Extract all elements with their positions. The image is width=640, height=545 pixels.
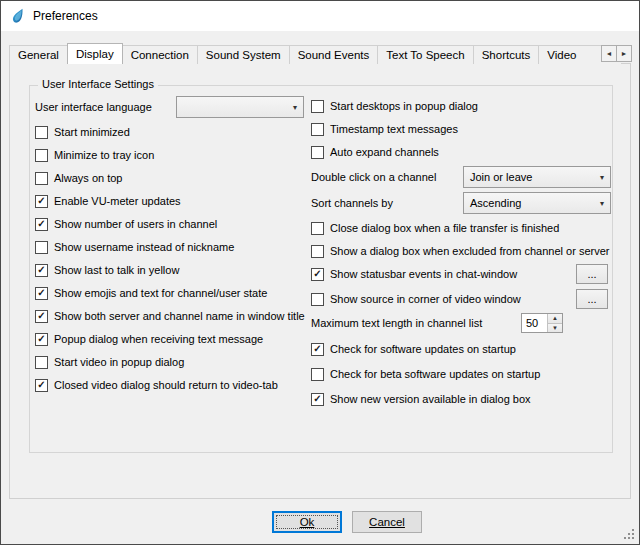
chevron-down-icon: ▾	[600, 199, 604, 208]
cancel-button-label: Cancel	[369, 516, 405, 528]
checkbox-box: ✓	[35, 218, 48, 231]
checkbox-label: Start desktops in popup dialog	[330, 100, 478, 112]
checkbox-show-number-of-users[interactable]: ✓ Show number of users in channel	[35, 216, 217, 232]
checkbox-box	[35, 149, 48, 162]
checkbox-show-server-channel-title[interactable]: ✓ Show both server and channel name in w…	[35, 308, 305, 324]
spinbox-buttons: ▲ ▼	[547, 314, 562, 332]
checkbox-label: Minimize to tray icon	[54, 149, 154, 161]
tab-scroll-buttons: ◄ ►	[601, 45, 632, 62]
checkbox-box: ✓	[35, 310, 48, 323]
window-title: Preferences	[33, 9, 98, 23]
checkbox-show-username[interactable]: Show username instead of nickname	[35, 239, 234, 255]
checkbox-box: ✓	[35, 379, 48, 392]
language-label: User interface language	[35, 99, 152, 115]
checkbox-box: ✓	[311, 343, 324, 356]
checkbox-box	[311, 368, 324, 381]
checkbox-box: ✓	[311, 268, 324, 281]
language-combobox[interactable]: ▾	[176, 96, 304, 118]
checkbox-label: Always on top	[54, 172, 122, 184]
checkbox-label: Popup dialog when receiving text message	[54, 333, 263, 345]
tab-connection[interactable]: Connection	[122, 45, 198, 64]
video-source-more-button[interactable]: ...	[576, 289, 608, 309]
resize-grip-icon[interactable]	[623, 528, 636, 541]
checkbox-box	[311, 293, 324, 306]
title-bar[interactable]: Preferences	[1, 1, 639, 31]
checkbox-label: Start minimized	[54, 126, 130, 138]
preferences-dialog: Preferences General Display Connection S…	[0, 0, 640, 545]
checkbox-statusbar-events[interactable]: ✓ Show statusbar events in chat-window	[311, 266, 517, 282]
checkbox-video-source-corner[interactable]: Show source in corner of video window	[311, 291, 521, 307]
checkbox-label: Closed video dialog should return to vid…	[54, 379, 278, 391]
app-logo-icon	[10, 8, 26, 24]
checkbox-label: Show emojis and text for channel/user st…	[54, 287, 267, 299]
checkbox-label: Check for beta software updates on start…	[330, 368, 540, 380]
checkbox-box	[311, 222, 324, 235]
ok-button[interactable]: Ok	[272, 511, 342, 533]
checkbox-label: Show statusbar events in chat-window	[330, 268, 517, 280]
double-click-combobox-value: Join or leave	[470, 171, 532, 183]
spin-up-icon[interactable]: ▲	[548, 314, 562, 323]
cancel-button[interactable]: Cancel	[352, 511, 422, 533]
checkbox-label: Show last to talk in yellow	[54, 264, 179, 276]
checkbox-box: ✓	[311, 393, 324, 406]
checkbox-label: Start video in popup dialog	[54, 356, 184, 368]
checkbox-box	[35, 172, 48, 185]
checkbox-box: ✓	[35, 333, 48, 346]
checkbox-close-on-file-transfer[interactable]: Close dialog box when a file transfer is…	[311, 220, 559, 236]
checkbox-box: ✓	[35, 287, 48, 300]
max-text-length-spinbox[interactable]: 50 ▲ ▼	[521, 313, 563, 333]
checkbox-box	[311, 100, 324, 113]
tab-text-to-speech[interactable]: Text To Speech	[377, 45, 473, 64]
checkbox-label: Show a dialog box when excluded from cha…	[330, 245, 609, 257]
checkbox-label: Show number of users in channel	[54, 218, 217, 230]
checkbox-dialog-when-excluded[interactable]: Show a dialog box when excluded from cha…	[311, 243, 609, 259]
checkbox-label: Auto expand channels	[330, 146, 439, 158]
checkbox-label: Check for software updates on startup	[330, 343, 516, 355]
chevron-down-icon: ▾	[600, 173, 604, 182]
group-title: User Interface Settings	[38, 78, 158, 90]
checkbox-box: ✓	[35, 264, 48, 277]
checkbox-box	[311, 123, 324, 136]
tab-general[interactable]: General	[9, 45, 68, 64]
checkbox-label: Timestamp text messages	[330, 123, 458, 135]
checkbox-closed-video-return[interactable]: ✓ Closed video dialog should return to v…	[35, 377, 278, 393]
checkbox-show-new-version[interactable]: ✓ Show new version available in dialog b…	[311, 391, 531, 407]
checkbox-label: Close dialog box when a file transfer is…	[330, 222, 559, 234]
spinbox-value[interactable]: 50	[522, 314, 547, 332]
statusbar-events-more-button[interactable]: ...	[576, 264, 608, 284]
checkbox-box	[35, 241, 48, 254]
checkbox-minimize-to-tray[interactable]: Minimize to tray icon	[35, 147, 154, 163]
checkbox-always-on-top[interactable]: Always on top	[35, 170, 122, 186]
checkbox-label: Show username instead of nickname	[54, 241, 234, 253]
ok-button-label: Ok	[300, 516, 315, 528]
sort-channels-label: Sort channels by	[311, 195, 393, 211]
tab-scroll-left-icon[interactable]: ◄	[601, 45, 617, 62]
checkbox-enable-vu-meter[interactable]: ✓ Enable VU-meter updates	[35, 193, 181, 209]
checkbox-check-updates[interactable]: ✓ Check for software updates on startup	[311, 341, 516, 357]
tab-bar: General Display Connection Sound System …	[9, 43, 621, 64]
double-click-label: Double click on a channel	[311, 169, 436, 185]
checkbox-show-emojis[interactable]: ✓ Show emojis and text for channel/user …	[35, 285, 267, 301]
checkbox-start-video-popup[interactable]: Start video in popup dialog	[35, 354, 184, 370]
checkbox-show-last-to-talk[interactable]: ✓ Show last to talk in yellow	[35, 262, 179, 278]
tab-sound-system[interactable]: Sound System	[197, 45, 290, 64]
checkbox-box	[35, 126, 48, 139]
checkbox-timestamp-messages[interactable]: Timestamp text messages	[311, 121, 458, 137]
sort-channels-combobox[interactable]: Ascending ▾	[463, 192, 611, 214]
checkbox-label: Show both server and channel name in win…	[54, 310, 305, 322]
tab-display[interactable]: Display	[67, 43, 123, 64]
sort-channels-combobox-value: Ascending	[470, 197, 521, 209]
tab-shortcuts[interactable]: Shortcuts	[473, 45, 540, 64]
checkbox-popup-text-message[interactable]: ✓ Popup dialog when receiving text messa…	[35, 331, 263, 347]
checkbox-box	[311, 146, 324, 159]
double-click-combobox[interactable]: Join or leave ▾	[463, 166, 611, 188]
checkbox-start-minimized[interactable]: Start minimized	[35, 124, 130, 140]
checkbox-label: Show source in corner of video window	[330, 293, 521, 305]
tab-sound-events[interactable]: Sound Events	[289, 45, 379, 64]
checkbox-check-beta-updates[interactable]: Check for beta software updates on start…	[311, 366, 540, 382]
checkbox-label: Show new version available in dialog box	[330, 393, 531, 405]
spin-down-icon[interactable]: ▼	[548, 323, 562, 333]
checkbox-auto-expand-channels[interactable]: Auto expand channels	[311, 144, 439, 160]
checkbox-start-desktops-popup[interactable]: Start desktops in popup dialog	[311, 98, 478, 114]
tab-scroll-right-icon[interactable]: ►	[616, 45, 632, 62]
